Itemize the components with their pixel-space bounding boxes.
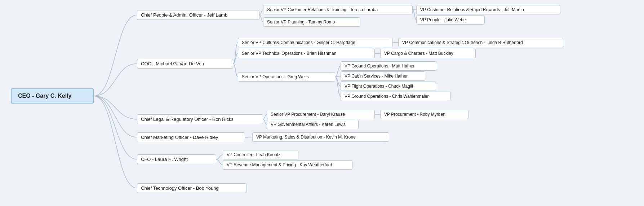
laura-wright-label: CFO - Laura H. Wright xyxy=(141,157,188,162)
matt-buckley-node: VP Cargo & Charters - Matt Buckley xyxy=(380,49,476,58)
kevin-krone-node: VP Marketing, Sales & Distribution - Kev… xyxy=(252,132,389,142)
roby-myrben-label: VP Procurement - Roby Myrben xyxy=(384,112,445,117)
julie-weber-label: VP People - Julie Weber xyxy=(420,17,467,22)
leah-koontz-node: VP Controller - Leah Koontz xyxy=(223,150,298,159)
brian-hirshman-label: Senior VP Technical Operations - Brian H… xyxy=(242,51,336,56)
dave-ridley-node: Chief Marketing Officer - Dave Ridley xyxy=(137,132,245,142)
michael-van-node: COO - Michael G. Van De Ven xyxy=(137,59,233,69)
chuck-magill-node: VP Flight Operations - Chuck Magill xyxy=(341,82,436,91)
ginger-hargdage-label: Senior VP Culture& Communications - Ging… xyxy=(242,40,355,45)
kay-weatherford-label: VP Revenue Management & Pricing - Kay We… xyxy=(227,162,332,167)
matt-hafner-label: VP Ground Operations - Matt Hafner xyxy=(345,63,415,69)
roby-myrben-node: VP Procurement - Roby Myrben xyxy=(380,110,468,119)
laura-wright-node: CFO - Laura H. Wright xyxy=(137,154,216,164)
tammy-romo-label: Senior VP Planning - Tammy Romo xyxy=(267,19,335,25)
bob-young-node: Chief Technology Officer - Bob Young xyxy=(137,183,247,193)
matt-hafner-node: VP Ground Operations - Matt Hafner xyxy=(341,61,437,71)
leah-koontz-label: VP Controller - Leah Koontz xyxy=(227,152,280,157)
jeff-martin-node: VP Customer Relations & Rapid Rewards - … xyxy=(416,5,560,14)
linda-rutherford-label: VP Communications & Strategic Outreach -… xyxy=(402,40,523,45)
teresa-laraba-label: Senior VP Customer Relations & Training … xyxy=(267,7,378,12)
kevin-krone-label: VP Marketing, Sales & Distribution - Kev… xyxy=(256,135,356,140)
matt-buckley-label: VP Cargo & Charters - Matt Buckley xyxy=(384,51,453,56)
bob-young-label: Chief Technology Officer - Bob Young xyxy=(141,185,219,191)
jeff-lamb-node: Chief People & Admin. Officer - Jeff Lam… xyxy=(137,10,259,20)
ginger-hargdage-node: Senior VP Culture& Communications - Ging… xyxy=(238,38,393,47)
karen-lewis-label: VP Governmental Affairs - Karen Lewis xyxy=(271,122,346,127)
chuck-magill-label: VP Flight Operations - Chuck Magill xyxy=(345,84,413,89)
mike-hafner-label: VP Cabin Services - Mike Hafner xyxy=(345,74,408,79)
greg-wells-node: Senior VP Operations - Greg Wells xyxy=(238,72,335,82)
org-chart: CEO - Gary C. Kelly Chief People & Admin… xyxy=(0,0,644,206)
daryl-krause-label: Senior VP Procurement - Daryl Krause xyxy=(271,112,345,117)
mike-hafner-node: VP Cabin Services - Mike Hafner xyxy=(341,71,425,81)
jeff-martin-label: VP Customer Relations & Rapid Rewards - … xyxy=(420,7,524,12)
karen-lewis-node: VP Governmental Affairs - Karen Lewis xyxy=(267,120,359,129)
julie-weber-node: VP People - Julie Weber xyxy=(416,15,485,25)
ron-ricks-label: Chief Legal & Regulatory Officer - Ron R… xyxy=(141,117,234,122)
chris-wahlenmaier-node: VP Ground Operations - Chris Wahlenmaier xyxy=(341,92,450,101)
kay-weatherford-node: VP Revenue Management & Pricing - Kay We… xyxy=(223,160,352,170)
ceo-node: CEO - Gary C. Kelly xyxy=(11,88,94,104)
chris-wahlenmaier-label: VP Ground Operations - Chris Wahlenmaier xyxy=(345,94,428,99)
brian-hirshman-node: Senior VP Technical Operations - Brian H… xyxy=(238,49,375,58)
greg-wells-label: Senior VP Operations - Greg Wells xyxy=(242,74,309,79)
ron-ricks-node: Chief Legal & Regulatory Officer - Ron R… xyxy=(137,114,263,124)
ceo-label: CEO - Gary C. Kelly xyxy=(18,93,72,99)
michael-van-label: COO - Michael G. Van De Ven xyxy=(141,61,204,66)
linda-rutherford-node: VP Communications & Strategic Outreach -… xyxy=(398,38,564,47)
jeff-lamb-label: Chief People & Admin. Officer - Jeff Lam… xyxy=(141,12,227,18)
tammy-romo-node: Senior VP Planning - Tammy Romo xyxy=(263,17,360,27)
daryl-krause-node: Senior VP Procurement - Daryl Krause xyxy=(267,110,375,119)
dave-ridley-label: Chief Marketing Officer - Dave Ridley xyxy=(141,135,218,140)
teresa-laraba-node: Senior VP Customer Relations & Training … xyxy=(263,5,413,14)
